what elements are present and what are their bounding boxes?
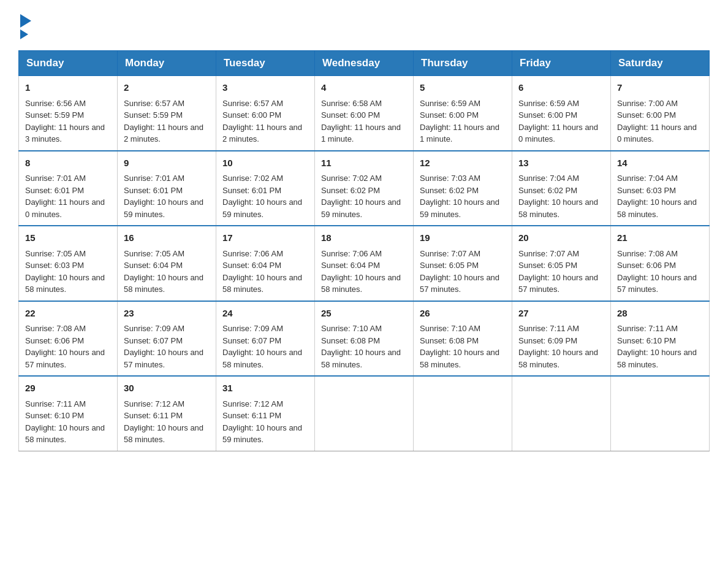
day-number: 30 (124, 381, 210, 396)
day-number: 15 (25, 231, 111, 245)
day-number: 22 (25, 307, 111, 321)
day-number: 16 (124, 231, 210, 245)
calendar-cell (315, 376, 414, 451)
sunrise-text: Sunrise: 7:02 AM (321, 172, 407, 185)
sunrise-text: Sunrise: 7:10 AM (420, 323, 506, 335)
daylight-text: Daylight: 10 hours and 57 minutes. (124, 347, 210, 370)
calendar-cell: 8Sunrise: 7:01 AMSunset: 6:01 PMDaylight… (19, 151, 118, 226)
calendar-table: SundayMondayTuesdayWednesdayThursdayFrid… (18, 50, 710, 451)
daylight-text: Daylight: 11 hours and 0 minutes. (617, 121, 703, 145)
calendar-cell: 29Sunrise: 7:11 AMSunset: 6:10 PMDayligh… (19, 376, 118, 451)
sunrise-text: Sunrise: 7:12 AM (124, 398, 210, 410)
week-row-5: 29Sunrise: 7:11 AMSunset: 6:10 PMDayligh… (19, 376, 710, 451)
daylight-text: Daylight: 10 hours and 58 minutes. (518, 347, 604, 370)
header-sunday: Sunday (19, 51, 118, 76)
sunrise-text: Sunrise: 6:59 AM (420, 98, 506, 110)
daylight-text: Daylight: 10 hours and 58 minutes. (25, 422, 111, 446)
day-number: 12 (420, 156, 506, 170)
day-number: 21 (617, 231, 703, 245)
header-friday: Friday (512, 51, 611, 76)
week-row-1: 1Sunrise: 6:56 AMSunset: 5:59 PMDaylight… (19, 76, 710, 151)
daylight-text: Daylight: 11 hours and 1 minute. (321, 121, 407, 145)
sunset-text: Sunset: 6:09 PM (518, 335, 604, 347)
day-number: 13 (518, 156, 604, 170)
sunset-text: Sunset: 6:07 PM (222, 335, 308, 347)
sunset-text: Sunset: 6:00 PM (518, 109, 604, 121)
day-number: 14 (617, 156, 703, 170)
sunset-text: Sunset: 6:01 PM (124, 185, 210, 197)
calendar-cell (611, 376, 710, 451)
day-number: 11 (321, 156, 407, 170)
sunset-text: Sunset: 6:07 PM (124, 335, 210, 347)
sunrise-text: Sunrise: 7:10 AM (321, 323, 407, 335)
sunset-text: Sunset: 6:00 PM (617, 109, 703, 121)
sunrise-text: Sunrise: 7:07 AM (420, 248, 506, 260)
sunrise-text: Sunrise: 7:01 AM (124, 172, 210, 185)
sunset-text: Sunset: 6:10 PM (25, 410, 111, 422)
sunset-text: Sunset: 6:11 PM (124, 410, 210, 422)
sunrise-text: Sunrise: 7:03 AM (420, 172, 506, 185)
sunset-text: Sunset: 6:10 PM (617, 335, 703, 347)
daylight-text: Daylight: 10 hours and 58 minutes. (321, 347, 407, 370)
sunset-text: Sunset: 6:02 PM (420, 185, 506, 197)
daylight-text: Daylight: 10 hours and 58 minutes. (222, 272, 308, 296)
daylight-text: Daylight: 11 hours and 1 minute. (420, 121, 506, 145)
calendar-body: 1Sunrise: 6:56 AMSunset: 5:59 PMDaylight… (19, 76, 710, 451)
day-number: 23 (124, 307, 210, 321)
calendar-cell (414, 376, 512, 451)
sunset-text: Sunset: 6:06 PM (25, 335, 111, 347)
sunrise-text: Sunrise: 7:11 AM (617, 323, 703, 335)
sunset-text: Sunset: 6:00 PM (222, 109, 308, 121)
daylight-text: Daylight: 10 hours and 58 minutes. (617, 347, 703, 370)
daylight-text: Daylight: 10 hours and 59 minutes. (222, 196, 308, 220)
daylight-text: Daylight: 11 hours and 0 minutes. (518, 121, 604, 145)
sunrise-text: Sunrise: 6:58 AM (321, 98, 407, 110)
day-number: 19 (420, 231, 506, 245)
daylight-text: Daylight: 11 hours and 2 minutes. (124, 121, 210, 145)
day-number: 29 (25, 381, 111, 396)
day-number: 24 (222, 307, 308, 321)
day-number: 27 (518, 307, 604, 321)
sunrise-text: Sunrise: 6:59 AM (518, 98, 604, 110)
calendar-cell: 11Sunrise: 7:02 AMSunset: 6:02 PMDayligh… (315, 151, 414, 226)
calendar-cell: 3Sunrise: 6:57 AMSunset: 6:00 PMDaylight… (216, 76, 315, 151)
calendar-cell: 18Sunrise: 7:06 AMSunset: 6:04 PMDayligh… (315, 226, 414, 301)
sunset-text: Sunset: 6:03 PM (25, 259, 111, 272)
day-number: 1 (25, 81, 111, 95)
sunset-text: Sunset: 6:04 PM (124, 259, 210, 272)
daylight-text: Daylight: 11 hours and 2 minutes. (222, 121, 308, 145)
logo-arrows-icon (20, 14, 31, 39)
daylight-text: Daylight: 10 hours and 58 minutes. (25, 272, 111, 296)
calendar-cell: 5Sunrise: 6:59 AMSunset: 6:00 PMDaylight… (414, 76, 512, 151)
day-number: 10 (222, 156, 308, 170)
sunset-text: Sunset: 6:04 PM (222, 259, 308, 272)
calendar-cell: 25Sunrise: 7:10 AMSunset: 6:08 PMDayligh… (315, 301, 414, 377)
sunrise-text: Sunrise: 6:56 AM (25, 98, 111, 110)
daylight-text: Daylight: 10 hours and 58 minutes. (222, 347, 308, 370)
calendar-cell: 6Sunrise: 6:59 AMSunset: 6:00 PMDaylight… (512, 76, 611, 151)
calendar-cell: 10Sunrise: 7:02 AMSunset: 6:01 PMDayligh… (216, 151, 315, 226)
daylight-text: Daylight: 10 hours and 57 minutes. (25, 347, 111, 370)
sunrise-text: Sunrise: 7:08 AM (617, 248, 703, 260)
day-number: 26 (420, 307, 506, 321)
daylight-text: Daylight: 10 hours and 58 minutes. (124, 422, 210, 446)
sunset-text: Sunset: 6:01 PM (25, 185, 111, 197)
sunrise-text: Sunrise: 7:06 AM (222, 248, 308, 260)
day-number: 6 (518, 81, 604, 95)
daylight-text: Daylight: 10 hours and 57 minutes. (617, 272, 703, 296)
sunset-text: Sunset: 6:05 PM (420, 259, 506, 272)
day-number: 5 (420, 81, 506, 95)
calendar-cell: 12Sunrise: 7:03 AMSunset: 6:02 PMDayligh… (414, 151, 512, 226)
sunrise-text: Sunrise: 7:05 AM (124, 248, 210, 260)
calendar-cell: 19Sunrise: 7:07 AMSunset: 6:05 PMDayligh… (414, 226, 512, 301)
sunset-text: Sunset: 6:02 PM (321, 185, 407, 197)
daylight-text: Daylight: 10 hours and 57 minutes. (420, 272, 506, 296)
sunrise-text: Sunrise: 7:12 AM (222, 398, 308, 410)
calendar-cell: 21Sunrise: 7:08 AMSunset: 6:06 PMDayligh… (611, 226, 710, 301)
week-row-3: 15Sunrise: 7:05 AMSunset: 6:03 PMDayligh… (19, 226, 710, 301)
sunset-text: Sunset: 6:03 PM (617, 185, 703, 197)
calendar-cell: 27Sunrise: 7:11 AMSunset: 6:09 PMDayligh… (512, 301, 611, 377)
calendar-cell: 1Sunrise: 6:56 AMSunset: 5:59 PMDaylight… (19, 76, 118, 151)
sunset-text: Sunset: 6:08 PM (420, 335, 506, 347)
sunrise-text: Sunrise: 7:06 AM (321, 248, 407, 260)
